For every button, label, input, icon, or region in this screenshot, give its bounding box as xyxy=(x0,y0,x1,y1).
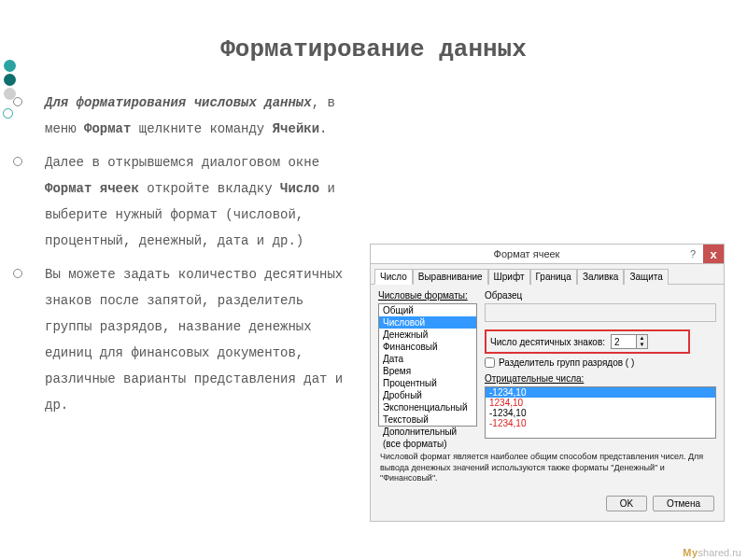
format-option[interactable]: Финансовый xyxy=(379,341,476,353)
format-option[interactable]: Дата xyxy=(379,353,476,365)
negative-option[interactable]: 1234,10 xyxy=(486,398,715,408)
format-option[interactable]: Общий xyxy=(379,304,476,316)
decimal-label: Число десятичных знаков: xyxy=(490,337,605,347)
negative-option[interactable]: -1234,10 xyxy=(486,418,715,428)
thousands-label: Разделитель групп разрядов ( ) xyxy=(499,357,634,368)
dialog-titlebar: Формат ячеек ? x xyxy=(370,244,725,264)
format-list[interactable]: Общий Числовой Денежный Финансовый Дата … xyxy=(378,303,477,427)
format-option[interactable]: Дробный xyxy=(379,389,476,401)
thousands-checkbox[interactable] xyxy=(485,357,495,368)
format-option[interactable]: Дополнительный xyxy=(379,426,476,438)
format-option[interactable]: Числовой xyxy=(379,316,476,329)
sample-label: Образец xyxy=(485,290,716,301)
format-option[interactable]: Время xyxy=(379,365,476,377)
list-item: Далее в открывшемся диалоговом окне Форм… xyxy=(11,149,359,254)
decimal-spinner[interactable]: ▲ ▼ xyxy=(611,334,648,349)
tab-font[interactable]: Шрифт xyxy=(488,269,530,285)
negative-option[interactable]: -1234,10 xyxy=(486,408,715,418)
tab-alignment[interactable]: Выравнивание xyxy=(413,269,488,285)
page-title: Форматирование данных xyxy=(0,0,747,90)
watermark: Myshared.ru xyxy=(683,547,741,558)
tab-fill[interactable]: Заливка xyxy=(577,269,625,285)
list-item: Для форматирования числовых данных, в ме… xyxy=(11,90,359,142)
format-option[interactable]: Процентный xyxy=(379,377,476,389)
chevron-up-icon[interactable]: ▲ xyxy=(636,335,647,342)
list-item: Вы можете задать количество десятичных з… xyxy=(11,261,359,418)
negatives-label: Отрицательные числа: xyxy=(485,373,716,384)
tab-number[interactable]: Число xyxy=(374,269,413,285)
negative-option[interactable]: -1234,10 xyxy=(486,387,715,398)
cancel-button[interactable]: Отмена xyxy=(653,496,714,511)
format-option[interactable]: Денежный xyxy=(379,329,476,341)
tab-protection[interactable]: Защита xyxy=(624,269,668,285)
negatives-list[interactable]: -1234,10 1234,10 -1234,10 -1234,10 xyxy=(485,386,716,439)
chevron-down-icon[interactable]: ▼ xyxy=(636,342,647,348)
format-option[interactable]: Текстовый xyxy=(379,413,476,426)
formats-label: Числовые форматы: xyxy=(378,290,477,301)
format-cells-dialog: Формат ячеек ? x Число Выравнивание Шриф… xyxy=(370,244,725,522)
help-icon[interactable]: ? xyxy=(683,245,703,263)
tab-border[interactable]: Граница xyxy=(530,269,577,285)
format-option[interactable]: (все форматы) xyxy=(379,438,476,450)
dialog-tabs: Число Выравнивание Шрифт Граница Заливка… xyxy=(371,264,724,285)
decimal-places-row: Число десятичных знаков: ▲ ▼ xyxy=(485,329,690,354)
ok-button[interactable]: OK xyxy=(606,496,647,511)
close-icon[interactable]: x xyxy=(703,245,724,263)
dialog-body: Число Выравнивание Шрифт Граница Заливка… xyxy=(370,264,725,522)
sample-box xyxy=(485,303,716,322)
bullet-list: Для форматирования числовых данных, в ме… xyxy=(11,90,359,418)
dialog-title: Формат ячеек xyxy=(371,248,683,259)
decimal-input[interactable] xyxy=(612,335,636,348)
format-option[interactable]: Экспоненциальный xyxy=(379,401,476,413)
